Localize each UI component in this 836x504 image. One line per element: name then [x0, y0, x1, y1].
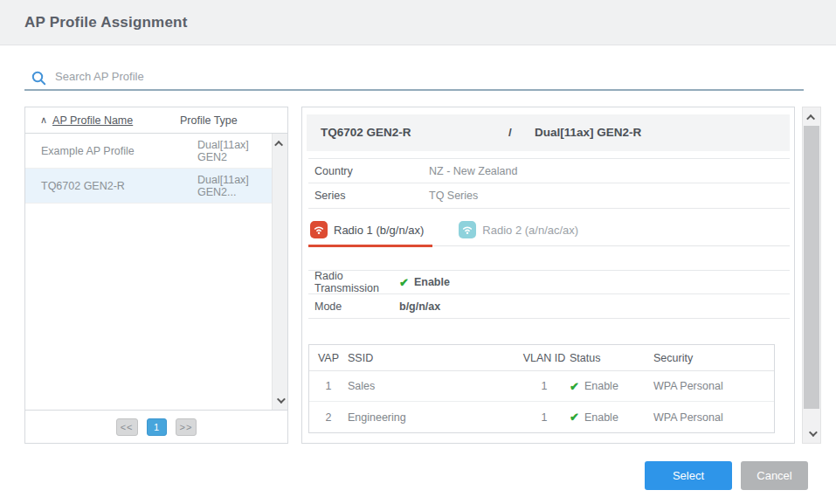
ssid-cell: Sales — [348, 380, 522, 392]
scrollbar-thumb[interactable] — [804, 126, 819, 409]
profile-row-tq6702-gen2-r[interactable]: TQ6702 GEN2-R Dual[11ax] GEN2... — [25, 169, 287, 204]
radio-transmission-value: Enable — [414, 276, 450, 288]
col-status: Status — [566, 352, 650, 364]
column-header-profile-type[interactable]: Profile Type — [180, 114, 272, 127]
scroll-down-arrow-icon[interactable] — [273, 392, 287, 408]
vlan-cell: 1 — [522, 411, 566, 424]
profile-type-cell: Dual[11ax] GEN2... — [197, 174, 272, 198]
search-input[interactable] — [46, 70, 804, 86]
security-cell: WPA Personal — [650, 380, 774, 392]
detail-info-rows: Country NZ - New Zealand Series TQ Serie… — [308, 158, 790, 209]
vap-row-1: 1 Sales 1 ✔ Enable WPA Personal — [309, 371, 774, 402]
radio-transmission-label: Radio Transmission — [308, 270, 399, 294]
profile-type-cell: Dual[11ax] GEN2 — [197, 139, 272, 163]
check-icon: ✔ — [399, 276, 409, 289]
select-button[interactable]: Select — [645, 461, 732, 490]
col-vap: VAP — [309, 352, 348, 364]
vlan-cell: 1 — [522, 380, 566, 392]
profile-row-example-ap-profile[interactable]: Example AP Profile Dual[11ax] GEN2 — [25, 134, 287, 169]
tab-radio-2[interactable]: Radio 2 (a/n/ac/ax) — [457, 221, 587, 247]
scroll-down-arrow-icon[interactable] — [803, 425, 820, 441]
security-cell: WPA Personal — [650, 411, 774, 424]
series-label: Series — [308, 190, 429, 202]
pagination: << 1 >> — [25, 410, 287, 443]
search-icon — [31, 71, 46, 86]
series-value: TQ Series — [429, 190, 478, 202]
status-cell: Enable — [584, 380, 618, 392]
tab-radio-1[interactable]: Radio 1 (b/g/n/ax) — [308, 221, 432, 247]
detail-title-bar: TQ6702 GEN2-R / Dual[11ax] GEN2-R — [307, 114, 790, 151]
pagination-page-1-button[interactable]: 1 — [147, 418, 167, 436]
country-label: Country — [308, 165, 429, 177]
profile-list: Example AP Profile Dual[11ax] GEN2 TQ670… — [25, 134, 287, 410]
vap-cell: 1 — [309, 380, 348, 392]
vap-row-2: 2 Engineering 1 ✔ Enable WPA Personal — [309, 402, 774, 432]
ssid-cell: Engineering — [348, 411, 522, 424]
vap-table: VAP SSID VLAN ID Status Security 1 Sales… — [308, 344, 775, 433]
check-icon: ✔ — [570, 380, 579, 393]
country-row: Country NZ - New Zealand — [308, 158, 790, 183]
detail-profile-type: Dual[11ax] GEN2-R — [535, 126, 641, 139]
scroll-up-arrow-icon[interactable] — [273, 135, 287, 151]
radio-transmission-row: Radio Transmission ✔ Enable — [308, 270, 790, 294]
profile-list-header: ∧ AP Profile Name Profile Type — [25, 107, 287, 134]
profile-name-cell: Example AP Profile — [41, 145, 197, 157]
detail-profile-name: TQ6702 GEN2-R — [321, 126, 411, 139]
ap-profile-assignment-dialog: AP Profile Assignment ∧ AP Profile Name … — [0, 0, 836, 504]
pagination-next-button[interactable]: >> — [176, 418, 197, 436]
series-row: Series TQ Series — [308, 183, 790, 209]
wifi-icon — [459, 221, 476, 238]
profile-name-cell: TQ6702 GEN2-R — [41, 180, 197, 192]
mode-value: b/g/n/ax — [399, 300, 440, 313]
col-vlan-id: VLAN ID — [522, 352, 566, 364]
country-value: NZ - New Zealand — [429, 165, 517, 177]
mode-label: Mode — [308, 300, 399, 313]
sort-asc-icon: ∧ — [40, 114, 47, 126]
pagination-prev-button[interactable]: << — [116, 418, 138, 436]
wifi-icon — [310, 221, 328, 238]
status-cell: Enable — [584, 411, 618, 424]
scroll-up-arrow-icon[interactable] — [803, 109, 820, 125]
mode-row: Mode b/g/n/ax — [308, 294, 790, 319]
profile-list-scrollbar[interactable] — [272, 134, 287, 410]
cancel-button[interactable]: Cancel — [741, 461, 808, 490]
dialog-header: AP Profile Assignment — [0, 0, 836, 45]
column-header-ap-profile-name[interactable]: AP Profile Name — [52, 114, 133, 127]
vap-table-header: VAP SSID VLAN ID Status Security — [309, 345, 774, 371]
detail-scrollbar[interactable] — [802, 107, 821, 444]
tab-radio-1-label: Radio 1 (b/g/n/ax) — [334, 224, 424, 237]
page-title: AP Profile Assignment — [24, 14, 188, 31]
col-security: Security — [650, 352, 774, 364]
vap-cell: 2 — [309, 411, 348, 424]
search-bar — [24, 66, 804, 91]
radio-settings: Radio Transmission ✔ Enable Mode b/g/n/a… — [308, 270, 790, 319]
radio-tabs: Radio 1 (b/g/n/ax) Radio 2 (a/n/ac/ax) — [308, 215, 790, 246]
profile-detail-panel: TQ6702 GEN2-R / Dual[11ax] GEN2-R Countr… — [301, 107, 795, 444]
tab-radio-2-label: Radio 2 (a/n/ac/ax) — [482, 224, 578, 237]
profile-list-panel: ∧ AP Profile Name Profile Type Example A… — [24, 107, 288, 444]
col-ssid: SSID — [348, 352, 522, 364]
check-icon: ✔ — [570, 411, 579, 424]
detail-separator: / — [508, 126, 512, 139]
